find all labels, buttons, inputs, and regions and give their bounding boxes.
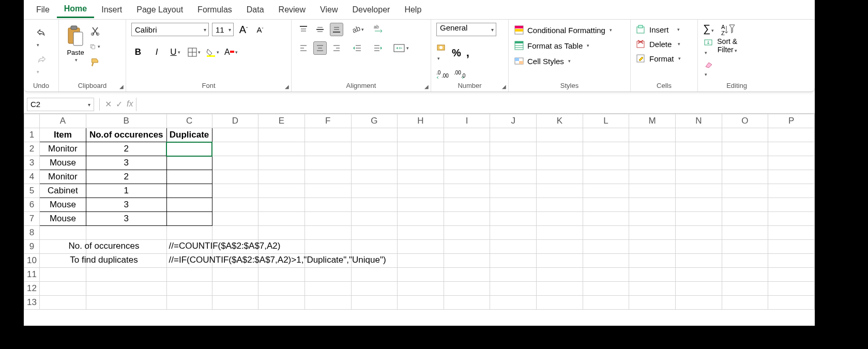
cell-G9[interactable]: [351, 240, 398, 254]
cell-O13[interactable]: [722, 296, 768, 310]
cell-C1[interactable]: Duplicate: [166, 128, 212, 142]
cell-N12[interactable]: [675, 282, 722, 296]
cell-O2[interactable]: [722, 142, 768, 156]
col-header-O[interactable]: O: [722, 114, 768, 128]
cell-O9[interactable]: [722, 240, 768, 254]
cell-N6[interactable]: [675, 198, 722, 212]
font-launcher[interactable]: ◢: [285, 84, 289, 89]
row-header-12[interactable]: 12: [24, 282, 40, 296]
align-top-button[interactable]: [297, 23, 310, 36]
cell-J9[interactable]: [490, 240, 537, 254]
formula-input[interactable]: [136, 98, 815, 111]
cell-D5[interactable]: [212, 184, 258, 198]
cell-N2[interactable]: [675, 142, 722, 156]
cell-E13[interactable]: [258, 296, 305, 310]
cell-J6[interactable]: [490, 198, 537, 212]
decrease-font-button[interactable]: Aˇ: [253, 23, 267, 36]
cell-K3[interactable]: [537, 156, 583, 170]
cell-E11[interactable]: [258, 268, 305, 282]
cell-P10[interactable]: [768, 254, 815, 268]
col-header-N[interactable]: N: [675, 114, 722, 128]
cell-O5[interactable]: [722, 184, 768, 198]
cell-E8[interactable]: [258, 226, 305, 240]
menu-home[interactable]: Home: [57, 1, 94, 18]
cell-C7[interactable]: [166, 212, 212, 226]
increase-decimal-button[interactable]: .0.00: [436, 69, 449, 79]
cell-I6[interactable]: [444, 198, 490, 212]
font-name-combo[interactable]: Calibri▾: [131, 23, 209, 36]
alignment-launcher[interactable]: ◢: [424, 84, 429, 89]
clipboard-launcher[interactable]: ◢: [119, 84, 124, 89]
col-header-I[interactable]: I: [444, 114, 490, 128]
cell-L4[interactable]: [583, 170, 629, 184]
cell-K5[interactable]: [537, 184, 583, 198]
cell-A13[interactable]: [39, 296, 86, 310]
cell-M2[interactable]: [629, 142, 676, 156]
cell-styles-button[interactable]: Cell Styles▾: [514, 54, 571, 68]
cell-C6[interactable]: [166, 198, 212, 212]
row-header-8[interactable]: 8: [24, 226, 40, 240]
enter-formula-button[interactable]: ✓: [116, 99, 123, 109]
cell-O6[interactable]: [722, 198, 768, 212]
cell-F7[interactable]: [304, 212, 351, 226]
cell-O7[interactable]: [722, 212, 768, 226]
row-header-4[interactable]: 4: [24, 170, 40, 184]
spreadsheet-grid[interactable]: ABCDEFGHIJKLMNOP1ItemNo.of occurencesDup…: [24, 114, 815, 310]
align-center-button[interactable]: [313, 41, 327, 55]
cell-C5[interactable]: [166, 184, 212, 198]
cell-I8[interactable]: [444, 226, 490, 240]
cell-G5[interactable]: [351, 184, 398, 198]
cell-P6[interactable]: [768, 198, 815, 212]
cell-O11[interactable]: [722, 268, 768, 282]
cell-J1[interactable]: [490, 128, 537, 142]
col-header-J[interactable]: J: [490, 114, 537, 128]
cell-M7[interactable]: [629, 212, 676, 226]
cell-I10[interactable]: [444, 254, 490, 268]
row-header-7[interactable]: 7: [24, 212, 40, 226]
cell-L6[interactable]: [583, 198, 629, 212]
cell-I12[interactable]: [444, 282, 490, 296]
align-middle-button[interactable]: [313, 23, 327, 36]
cell-M10[interactable]: [629, 254, 676, 268]
cell-P3[interactable]: [768, 156, 815, 170]
delete-cells-button[interactable]: Delete▾: [636, 37, 680, 51]
cell-D1[interactable]: [212, 128, 258, 142]
cell-E12[interactable]: [258, 282, 305, 296]
cell-H8[interactable]: [398, 226, 444, 240]
cell-O12[interactable]: [722, 282, 768, 296]
cell-G1[interactable]: [351, 128, 398, 142]
accounting-format-button[interactable]: ▾: [436, 43, 447, 62]
copy-button[interactable]: ▾: [90, 41, 100, 52]
cell-P13[interactable]: [768, 296, 815, 310]
cell-D3[interactable]: [212, 156, 258, 170]
row-header-1[interactable]: 1: [24, 128, 40, 142]
cell-G2[interactable]: [351, 142, 398, 156]
cell-M9[interactable]: [629, 240, 676, 254]
menu-data[interactable]: Data: [239, 2, 271, 18]
cell-K10[interactable]: [537, 254, 583, 268]
underline-button[interactable]: U▾: [169, 45, 182, 59]
cell-B1[interactable]: No.of occurences: [86, 128, 166, 142]
cell-A7[interactable]: Mouse: [39, 212, 86, 226]
cell-I9[interactable]: [444, 240, 490, 254]
merge-center-button[interactable]: ▾: [392, 41, 409, 55]
clear-button[interactable]: ▾: [704, 60, 714, 78]
cell-D13[interactable]: [212, 296, 258, 310]
increase-indent-button[interactable]: [371, 41, 385, 55]
cell-G13[interactable]: [351, 296, 398, 310]
row-header-11[interactable]: 11: [24, 268, 40, 282]
paste-button[interactable]: Paste ▾: [64, 23, 87, 65]
cancel-formula-button[interactable]: ✕: [105, 99, 112, 109]
cell-J5[interactable]: [490, 184, 537, 198]
cell-H4[interactable]: [398, 170, 444, 184]
row-header-2[interactable]: 2: [24, 142, 40, 156]
col-header-P[interactable]: P: [768, 114, 815, 128]
cell-C10[interactable]: //=IF(COUNTIF($A$2:$A$7,A2)>1,"Duplicate…: [166, 254, 212, 268]
cell-H12[interactable]: [398, 282, 444, 296]
cell-M1[interactable]: [629, 128, 676, 142]
comma-button[interactable]: ,: [466, 46, 469, 59]
cell-F2[interactable]: [304, 142, 351, 156]
cell-B8[interactable]: [86, 226, 166, 240]
cell-P9[interactable]: [768, 240, 815, 254]
cell-L7[interactable]: [583, 212, 629, 226]
